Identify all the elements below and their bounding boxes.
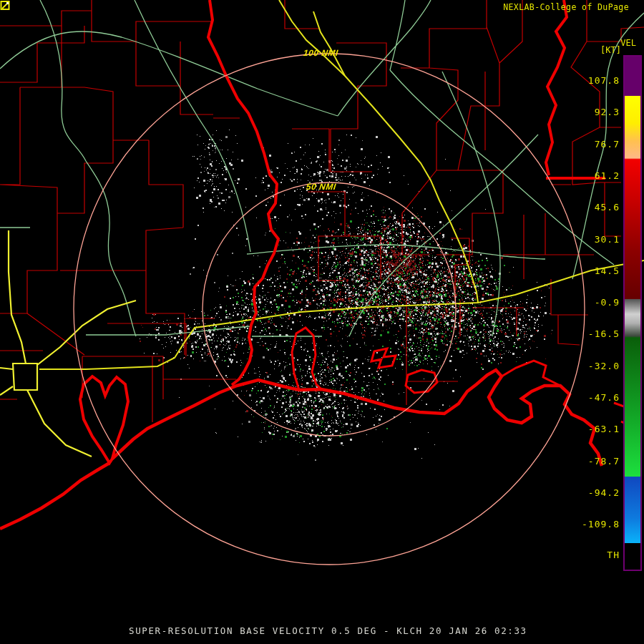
colorbar-tick-label: 92.3 [595, 107, 620, 117]
colorbar-tick-label: -0.9 [595, 298, 620, 307]
colorbar-tick-label: -94.2 [588, 488, 620, 497]
colorbar-tick-label: 45.6 [595, 203, 620, 212]
product-caption: SUPER-RESOLUTION BASE VELOCITY 0.5 DEG -… [129, 627, 527, 636]
colorbar-tick-label: -47.6 [588, 393, 620, 402]
range-ring-50nmi [203, 182, 456, 436]
calcasieu-lake [292, 328, 321, 390]
base-map [0, 0, 644, 644]
colorbar-units: [KT] [600, 46, 621, 54]
range-ring-label-100nmi: 100 NMI [303, 49, 338, 57]
water-features [0, 0, 641, 529]
colorbar-tick-label: -32.0 [588, 361, 620, 371]
colorbar-tick-label: 61.2 [595, 171, 620, 180]
gulf-coastline [0, 370, 602, 529]
credit-text: NEXLAB-College of DuPage [503, 4, 629, 12]
colorbar-tick-label: -78.7 [588, 457, 620, 466]
velocity-colorbar [623, 55, 642, 571]
colorbar-tick-label: -109.8 [582, 519, 620, 529]
colorbar-tick-label: 76.7 [595, 140, 620, 149]
radar-display: NEXLAB-College of DuPage VEL [KT] 107.89… [0, 0, 644, 644]
colorbar-tick-label: 107.8 [588, 76, 620, 85]
colorbar-tick-label: -16.5 [588, 329, 620, 338]
colorbar-threshold-label: TH [607, 550, 620, 560]
county-boundaries [0, 0, 644, 422]
colorbar-tick-label: 14.5 [595, 266, 620, 275]
cod-logo-icon [0, 0, 11, 11]
range-ring-label-50nmi: 50 NMI [306, 182, 336, 191]
colorbar-tick-label: 30.1 [595, 235, 620, 244]
colorbar-title: VEL [620, 39, 636, 47]
colorbar-tick-label: -63.1 [588, 424, 620, 434]
